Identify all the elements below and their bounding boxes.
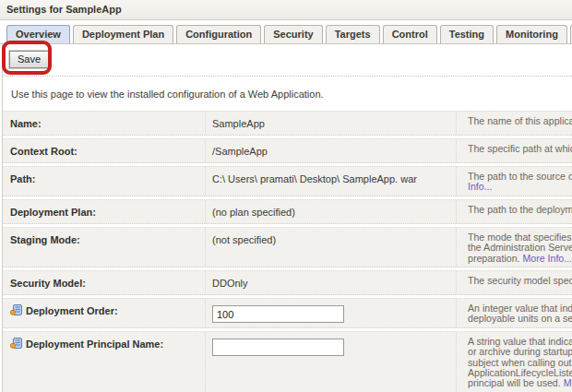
pending-change-icon [10, 304, 22, 317]
description-text: or archive during startup and [468, 346, 572, 357]
description-text: The name of this application [468, 115, 572, 126]
field-label: Name: [10, 118, 42, 129]
field-value: DDOnly [212, 278, 248, 289]
tab-configuration[interactable]: Configuration [176, 25, 261, 43]
description-text: The mode that specifies whet [468, 232, 572, 243]
field-label: Security Model: [10, 278, 86, 289]
description-text: The path to the source of the [468, 171, 572, 182]
field-value: (no plan specified) [212, 207, 295, 218]
field-label: Path: [10, 173, 36, 184]
description-text: principal will be used. [468, 377, 564, 388]
field-label-cell: Security Model: [3, 271, 205, 294]
deployment-order-input[interactable] [212, 305, 344, 323]
field-label: Deployment Order: [26, 305, 118, 316]
field-value: SampleApp [212, 118, 265, 129]
config-row-deployment-order: Deployment Order:An integer value that i… [3, 298, 572, 328]
description-text: the Administration Server to t [468, 242, 572, 253]
description-text: subject when calling out into [468, 357, 572, 368]
description-line: The path to the deployment p [468, 205, 572, 215]
field-description: The specific path at which thi [456, 139, 572, 162]
field-value: /SampleApp [212, 146, 268, 157]
description-line: preparation. More Info... [468, 254, 572, 264]
deployment-principal-name-input[interactable] [212, 339, 344, 356]
divider [3, 76, 572, 77]
config-row-staging-mode: Staging Mode:(not specified)The mode tha… [3, 227, 572, 267]
field-label: Deployment Principal Name: [26, 339, 163, 350]
field-value-cell: (no plan specified) [205, 200, 456, 223]
description-text: The security model specifies h [468, 275, 572, 286]
top-toolbar: Save [3, 44, 572, 76]
field-label: Deployment Plan: [10, 207, 96, 218]
tab-targets[interactable]: Targets [326, 25, 380, 43]
intro-text: Use this page to view the installed conf… [11, 89, 572, 100]
field-label-cell: Context Root: [3, 139, 205, 162]
description-line: The security model specifies h [468, 276, 572, 286]
field-value: C:\ Users\ pramati\ Desktop\ SampleApp. … [212, 173, 417, 184]
page-title: Settings for SampleApp [0, 0, 572, 20]
more-info-link[interactable]: Info... [468, 181, 493, 192]
save-button[interactable]: Save [9, 51, 49, 68]
field-label-cell: Staging Mode: [3, 228, 205, 267]
field-value-cell: /SampleApp [205, 139, 456, 162]
field-label-cell: Deployment Plan: [3, 200, 205, 223]
description-text: An integer value that indicate [468, 303, 572, 314]
description-text: The specific path at which thi [468, 143, 572, 154]
description-line: principal will be used. More [468, 378, 572, 388]
description-line: The specific path at which thi [468, 144, 572, 154]
field-description: A string value that indicates wor archiv… [456, 332, 572, 392]
config-row-context-root: Context Root:/SampleAppThe specific path… [3, 138, 572, 163]
field-value-cell [205, 299, 456, 327]
field-value-cell: C:\ Users\ pramati\ Desktop\ SampleApp. … [205, 167, 456, 196]
description-text: ApplicationLifecycleListener. I [468, 367, 572, 378]
tab-security[interactable]: Security [264, 25, 322, 43]
field-description: The security model specifies h [456, 271, 572, 294]
more-info-link[interactable]: More Info... [522, 253, 572, 264]
config-row-name: Name:SampleAppThe name of this applicati… [3, 111, 572, 136]
field-description: The name of this application [456, 112, 572, 135]
field-label-cell: Deployment Order: [3, 299, 205, 327]
field-label-cell: Path: [3, 167, 205, 196]
description-line: deployable units on a server, [468, 314, 572, 324]
field-value-cell: (not specified) [205, 228, 456, 267]
field-label-cell: Deployment Principal Name: [3, 332, 205, 392]
field-label: Context Root: [10, 146, 77, 157]
tab-deployment-plan[interactable]: Deployment Plan [73, 25, 173, 43]
field-description: The path to the source of theInfo... [456, 167, 572, 196]
field-description: The path to the deployment p [456, 200, 572, 223]
field-description: An integer value that indicatedeployable… [456, 299, 572, 327]
description-line: Info... [468, 182, 572, 192]
more-info-link[interactable]: More [564, 377, 572, 388]
tab-strip: OverviewDeployment PlanConfigurationSecu… [0, 20, 572, 44]
description-text: deployable units on a server, [468, 313, 572, 324]
description-text: preparation. [468, 253, 522, 264]
field-value-cell [205, 332, 456, 392]
description-text: The path to the deployment p [468, 204, 572, 215]
field-value-cell: DDOnly [205, 271, 456, 294]
config-row-security-model: Security Model:DDOnlyThe security model … [3, 270, 572, 295]
field-label-cell: Name: [3, 112, 205, 135]
tab-testing[interactable]: Testing [440, 25, 494, 43]
description-line: The name of this application [468, 116, 572, 126]
content-pane: Save Use this page to view the installed… [2, 44, 572, 392]
description-text: A string value that indicates w [468, 336, 572, 347]
tab-monitoring[interactable]: Monitoring [496, 25, 567, 43]
field-description: The mode that specifies whetthe Administ… [456, 228, 572, 267]
config-row-deployment-plan: Deployment Plan:(no plan specified)The p… [3, 199, 572, 224]
pending-change-icon [10, 338, 22, 350]
tab-control[interactable]: Control [383, 25, 437, 43]
field-value-cell: SampleApp [205, 112, 456, 135]
configuration-table: Name:SampleAppThe name of this applicati… [3, 111, 572, 392]
config-row-deployment-principal-name: Deployment Principal Name:A string value… [3, 331, 572, 392]
config-row-path: Path:C:\ Users\ pramati\ Desktop\ Sample… [3, 166, 572, 196]
field-value: (not specified) [212, 234, 276, 245]
field-label: Staging Mode: [10, 234, 80, 245]
tab-overview[interactable]: Overview [6, 25, 70, 43]
